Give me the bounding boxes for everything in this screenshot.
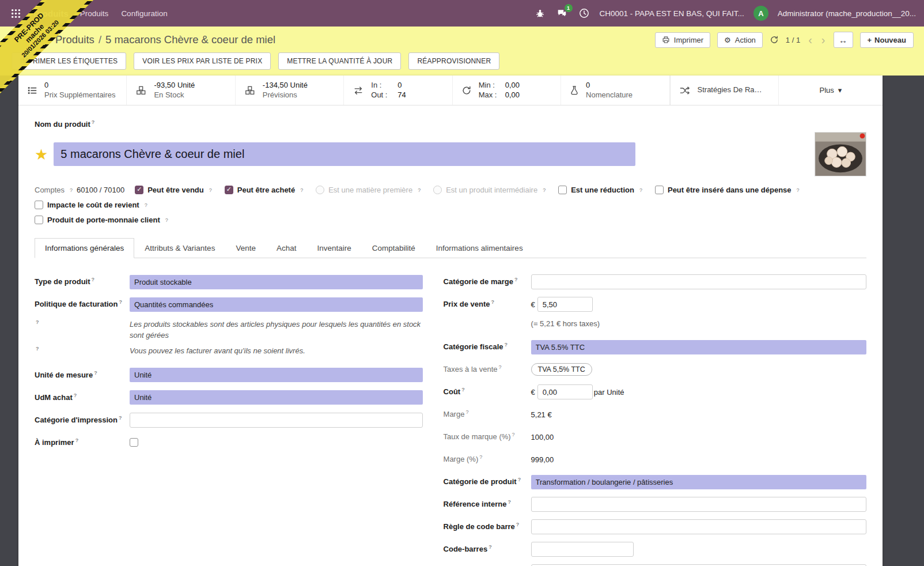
stat-on-hand[interactable]: -93,50 UnitéEn Stock [127,76,235,105]
politique-facturation-input[interactable] [130,297,423,312]
app-brand[interactable]: Produits [33,9,69,18]
checkbox-peut-etre-vendu[interactable]: Peut être vendu? [135,186,212,194]
field-label-text: Référence interne [444,500,507,509]
tab-vente[interactable]: Vente [225,238,266,258]
field-label-text: Code-barres [444,545,488,554]
stat-min-value: 0,00 [505,81,520,90]
product-image[interactable] [815,132,866,176]
categorie-fiscale-input[interactable] [531,340,866,354]
favorite-star-icon[interactable]: ★ [35,147,48,162]
pager: 1 / 1 [786,36,800,44]
checkbox-icon[interactable] [558,186,567,194]
print-button-label: Imprimer [674,36,703,44]
tab-informations-alimentaires[interactable]: Informations alimentaires [426,238,533,258]
price-tax-note-row: (= 5,21 € hors taxes) [444,319,866,334]
tab-informations-generales[interactable]: Informations générales [35,238,134,258]
stat-label: Prix Supplémentaires [44,90,116,100]
checkbox-icon[interactable] [135,186,143,194]
a-imprimer-checkbox[interactable] [130,438,138,447]
stat-extra-prices[interactable]: 0Prix Supplémentaires [18,76,127,105]
print-button[interactable]: Imprimer [655,32,710,48]
expand-width-button[interactable]: ↔ [834,32,853,48]
field-label: Unité de mesure? [35,370,130,380]
debug-icon[interactable] [534,7,547,20]
stat-label: Stratégies De Ra… [698,85,762,95]
tab-attributs-variantes[interactable]: Attributs & Variantes [134,238,225,258]
field-label: Marge? [444,409,531,420]
field-label-text: Coût [444,388,461,397]
accounts-value[interactable]: 60100 / 70100 [77,186,124,194]
checkbox-icon[interactable] [225,186,233,194]
price-excl-tax-note: (= 5,21 € hors taxes) [531,319,600,328]
stat-forecasted[interactable]: -134,50 UnitéPrévisions [236,76,344,105]
categorie-de-produit-input[interactable] [531,475,866,489]
tab-comptabilite[interactable]: Comptabilité [362,238,426,258]
checkbox-label: Peut être inséré dans une dépense [668,186,792,194]
help-marker: ? [75,437,79,443]
tab-inventaire[interactable]: Inventaire [306,238,361,258]
update-quantity-button[interactable]: METTRE LA QUANTITÉ À JOUR [278,52,401,70]
unite-de-mesure-input[interactable] [130,368,423,382]
marge-pct-value: 999,00 [531,455,554,464]
refresh-icon[interactable] [770,35,779,44]
pager-previous-icon[interactable]: ‹ [807,34,813,46]
user-menu[interactable]: Administrator (mache_production__20... [778,9,916,18]
pricelist-prices-button[interactable]: VOIR LES PRIX PAR LISTE DE PRIX [134,52,271,70]
help-marker: ? [94,370,97,376]
pager-next-icon[interactable]: › [820,34,827,46]
udm-achat-input[interactable] [130,390,423,405]
field-label: Règle de code barre? [444,522,531,532]
replenish-button[interactable]: RÉAPPROVISIONNER [408,52,499,70]
activities-clock-icon[interactable] [578,7,590,20]
list-icon [27,85,37,96]
stat-more-button[interactable]: Plus ▾ [779,76,883,105]
checkbox-icon[interactable] [35,216,43,224]
plus-icon: + [868,36,872,44]
prix-de-vente-input[interactable] [537,297,593,312]
action-button[interactable]: ⚙ Action [717,32,763,48]
menu-configuration[interactable]: Configuration [120,7,168,20]
tab-achat[interactable]: Achat [266,238,307,258]
code-barres-input[interactable] [531,542,634,557]
company-switcher[interactable]: CH0001 - PAPA EST EN BAS, QUI FAIT... [600,9,744,18]
new-record-button[interactable]: + Nouveau [860,32,914,48]
stat-in-out[interactable]: In :0 Out :74 [344,76,452,105]
tax-tag[interactable]: TVA 5,5% TTC [531,363,592,376]
checkbox-peut-etre-achete[interactable]: Peut être acheté? [225,186,303,194]
accounts-field: Comptes? 60100 / 70100 [35,186,124,194]
categorie-impression-input[interactable] [130,413,423,428]
stat-reordering-rules[interactable]: Min :0,00 Max :0,00 [453,76,561,105]
wallet-product-row: Produit de porte-monnaie client? [35,216,866,224]
apps-grid-icon[interactable] [8,6,23,21]
checkbox-insere-depense[interactable]: Peut être inséré dans une dépense? [655,186,800,194]
cout-input[interactable] [537,384,593,399]
checkbox-est-une-reduction[interactable]: Est une réduction? [558,186,642,194]
note-row-1: ? Les produits stockables sont des artic… [35,319,423,340]
help-marker: ? [465,409,468,415]
field-label: Catégorie fiscale? [444,342,531,352]
stat-out-value: 74 [397,90,406,100]
user-avatar[interactable]: A [753,6,768,21]
reference-interne-input[interactable] [531,497,866,512]
stat-bom[interactable]: 0Nomenclature [561,76,669,105]
checkbox-impacte-cout-revient[interactable]: Impacte le coût de revient? [35,201,147,209]
field-label-text: UdM achat [35,393,73,402]
print-labels-button[interactable]: IMPRIMER LES ÉTIQUETTES [12,52,126,70]
checkbox-porte-monnaie-client[interactable]: Produit de porte-monnaie client? [35,216,168,224]
checkbox-icon[interactable] [35,201,43,209]
categorie-de-marge-input[interactable] [531,274,866,289]
checkbox-label: Est une matière première [328,186,412,194]
title-row: ★ [35,132,866,176]
menu-produits[interactable]: Produits [79,7,110,20]
stat-putaway-strategies[interactable]: Stratégies De Ra… [670,76,779,105]
type-de-produit-input[interactable] [130,275,423,289]
field-regle-code-barre: Règle de code barre? [444,519,866,534]
product-name-input[interactable] [54,142,635,166]
regle-code-barre-input[interactable] [531,519,866,534]
messages-icon[interactable]: 1 [556,7,569,20]
help-marker: ? [488,544,492,550]
stat-in-value: 0 [397,81,402,90]
checkbox-icon[interactable] [655,186,664,194]
notebook-tabs: Informations générales Attributs & Varia… [35,238,866,258]
breadcrumb-parent[interactable]: Produits [55,33,94,46]
